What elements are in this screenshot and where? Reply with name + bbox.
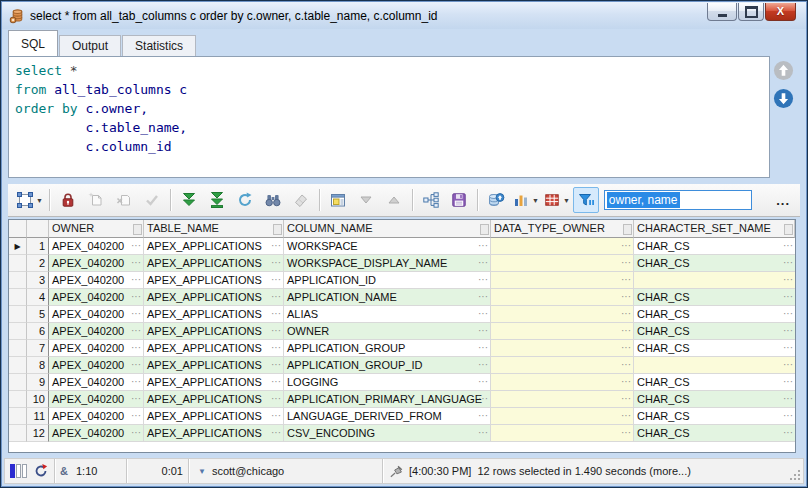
pivot-table-button[interactable]: ▼ [542,187,571,213]
cell-data-type-owner[interactable]: ··· [491,289,634,306]
cell-character-set-name[interactable]: CHAR_CS··· [634,238,795,255]
cell-ellipsis-button[interactable]: ··· [783,272,793,287]
cell-ellipsis-button[interactable]: ··· [621,255,631,270]
cell-character-set-name[interactable]: CHAR_CS··· [634,255,795,272]
cell-column-name[interactable]: APPLICATION_GROUP··· [284,340,491,357]
cell-column-name[interactable]: WORKSPACE··· [284,238,491,255]
cell-column-name[interactable]: ALIAS··· [284,306,491,323]
cell-data-type-owner[interactable]: ··· [491,306,634,323]
cell-data-type-owner[interactable]: ··· [491,340,634,357]
cell-table-name[interactable]: APEX_APPLICATIONS··· [144,255,284,272]
cell-ellipsis-button[interactable]: ··· [621,408,631,423]
cell-ellipsis-button[interactable]: ··· [478,306,488,321]
cell-table-name[interactable]: APEX_APPLICATIONS··· [144,408,284,425]
cell-column-name[interactable]: APPLICATION_NAME··· [284,289,491,306]
cell-character-set-name[interactable]: CHAR_CS··· [634,289,795,306]
cell-ellipsis-button[interactable]: ··· [271,340,281,355]
cell-table-name[interactable]: APEX_APPLICATIONS··· [144,289,284,306]
cell-ellipsis-button[interactable]: ··· [783,238,793,253]
cell-ellipsis-button[interactable]: ··· [271,272,281,287]
cell-ellipsis-button[interactable]: ··· [621,425,631,440]
cell-ellipsis-button[interactable]: ··· [271,374,281,389]
cell-ellipsis-button[interactable]: ··· [621,306,631,321]
column-header-character_set_name[interactable]: CHARACTER_SET_NAME [634,220,795,238]
cell-ellipsis-button[interactable]: ··· [271,408,281,423]
cell-ellipsis-button[interactable]: ··· [131,306,141,321]
cell-ellipsis-button[interactable]: ··· [478,340,488,355]
cell-table-name[interactable]: APEX_APPLICATIONS··· [144,391,284,408]
cell-ellipsis-button[interactable]: ··· [131,272,141,287]
cell-character-set-name[interactable]: CHAR_CS··· [634,306,795,323]
cell-ellipsis-button[interactable]: ··· [783,391,793,406]
connection-selector[interactable]: ▼ scott@chicago [189,459,383,483]
cell-ellipsis-button[interactable]: ··· [621,272,631,287]
cell-owner[interactable]: APEX_040200··· [49,306,144,323]
cell-ellipsis-button[interactable]: ··· [131,255,141,270]
cell-ellipsis-button[interactable]: ··· [271,289,281,304]
cell-column-name[interactable]: LANGUAGE_DERIVED_FROM··· [284,408,491,425]
cell-ellipsis-button[interactable]: ··· [478,425,488,440]
cell-ellipsis-button[interactable]: ··· [783,374,793,389]
cell-table-name[interactable]: APEX_APPLICATIONS··· [144,238,284,255]
tab-sql[interactable]: SQL [8,30,58,56]
cell-table-name[interactable]: APEX_APPLICATIONS··· [144,425,284,442]
cell-ellipsis-button[interactable]: ··· [271,357,281,372]
more-options-button[interactable]: ... [776,193,790,208]
cell-data-type-owner[interactable]: ··· [491,391,634,408]
cell-ellipsis-button[interactable]: ··· [271,391,281,406]
column-header-column_name[interactable]: COLUMN_NAME [284,220,491,238]
cell-table-name[interactable]: APEX_APPLICATIONS··· [144,323,284,340]
cell-owner[interactable]: APEX_040200··· [49,408,144,425]
cell-data-type-owner[interactable]: ··· [491,408,634,425]
filter-input[interactable]: owner, name [604,190,752,210]
cell-owner[interactable]: APEX_040200··· [49,238,144,255]
column-header-data_type_owner[interactable]: DATA_TYPE_OWNER [491,220,634,238]
export-data-button[interactable] [483,187,509,213]
cell-data-type-owner[interactable]: ··· [491,323,634,340]
cell-ellipsis-button[interactable]: ··· [271,255,281,270]
cell-ellipsis-button[interactable]: ··· [478,238,488,253]
column-header-owner[interactable]: OWNER [49,220,144,238]
cell-ellipsis-button[interactable]: ··· [621,374,631,389]
cell-data-type-owner[interactable]: ··· [491,425,634,442]
cell-table-name[interactable]: APEX_APPLICATIONS··· [144,340,284,357]
close-button[interactable]: X [765,3,796,21]
cell-ellipsis-button[interactable]: ··· [783,340,793,355]
cell-ellipsis-button[interactable]: ··· [131,357,141,372]
cell-character-set-name[interactable]: ··· [634,357,795,374]
find-button[interactable] [260,187,286,213]
tab-statistics[interactable]: Statistics [122,35,196,56]
cell-ellipsis-button[interactable]: ··· [131,323,141,338]
column-header-table_name[interactable]: TABLE_NAME [144,220,284,238]
cell-table-name[interactable]: APEX_APPLICATIONS··· [144,306,284,323]
cell-ellipsis-button[interactable]: ··· [271,425,281,440]
cell-owner[interactable]: APEX_040200··· [49,323,144,340]
cell-ellipsis-button[interactable]: ··· [478,323,488,338]
cell-ellipsis-button[interactable]: ··· [271,238,281,253]
cell-character-set-name[interactable]: CHAR_CS··· [634,374,795,391]
cell-owner[interactable]: APEX_040200··· [49,255,144,272]
cell-ellipsis-button[interactable]: ··· [621,238,631,253]
cell-column-name[interactable]: APPLICATION_PRIMARY_LANGUAGE··· [284,391,491,408]
cell-owner[interactable]: APEX_040200··· [49,357,144,374]
chart-button[interactable]: ▼ [511,187,540,213]
cell-data-type-owner[interactable]: ··· [491,374,634,391]
cell-column-name[interactable]: LOGGING··· [284,374,491,391]
cell-owner[interactable]: APEX_040200··· [49,272,144,289]
status-message[interactable]: [4:00:30 PM] 12 rows selected in 1.490 s… [409,465,691,477]
cell-column-name[interactable]: OWNER··· [284,323,491,340]
single-record-view-button[interactable] [325,187,351,213]
cell-ellipsis-button[interactable]: ··· [783,425,793,440]
cell-data-type-owner[interactable]: ··· [491,272,634,289]
cell-character-set-name[interactable]: CHAR_CS··· [634,340,795,357]
sql-editor[interactable]: select *from all_tab_columns corder by c… [8,56,770,178]
cell-ellipsis-button[interactable]: ··· [478,374,488,389]
cell-ellipsis-button[interactable]: ··· [621,323,631,338]
cell-column-name[interactable]: APPLICATION_ID··· [284,272,491,289]
refresh-button[interactable] [232,187,258,213]
cell-owner[interactable]: APEX_040200··· [49,425,144,442]
cell-ellipsis-button[interactable]: ··· [621,391,631,406]
cell-ellipsis-button[interactable]: ··· [131,340,141,355]
cell-owner[interactable]: APEX_040200··· [49,289,144,306]
cell-owner[interactable]: APEX_040200··· [49,391,144,408]
